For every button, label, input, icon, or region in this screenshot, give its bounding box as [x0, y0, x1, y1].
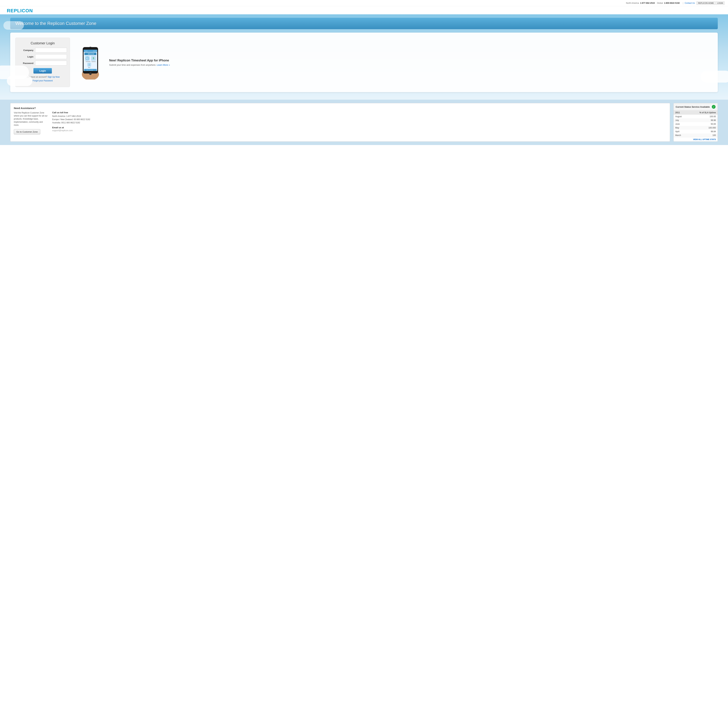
assistance-left: Visit the Replicon Customer Zone where y…: [14, 111, 48, 135]
table-row: May100.000: [674, 126, 717, 130]
phone-svg: Carrier 10:08 AM REPLICON Timesheets $ E…: [78, 45, 102, 80]
phone-image: Carrier 10:08 AM REPLICON Timesheets $ E…: [75, 44, 106, 81]
company-input[interactable]: [35, 48, 67, 52]
status-header: Current Status Service Available ✓: [674, 103, 717, 110]
month-cell: March: [674, 133, 688, 137]
password-input[interactable]: [35, 61, 67, 66]
assist-phone-na: North America: 1-877-862-2519: [52, 115, 81, 118]
assistance-right: Call us toll free North America: 1-877-8…: [52, 111, 667, 135]
svg-rect-18: [87, 63, 91, 67]
table-row: July99.96: [674, 118, 717, 122]
assistance-description: Visit the Replicon Customer Zone where y…: [14, 111, 48, 127]
cloud-3: [701, 70, 728, 83]
table-row: March100: [674, 133, 717, 137]
status-box: Current Status Service Available ✓ 2011 …: [673, 103, 718, 142]
col-uptime: % of SLA Uptime: [688, 110, 717, 115]
replicon-home-button[interactable]: REPLICON HOME: [696, 2, 715, 5]
uptime-cell: 100.000: [688, 126, 717, 130]
login-nav-button[interactable]: LOGIN: [716, 2, 725, 5]
signup-link[interactable]: Sign Up Now: [48, 76, 60, 78]
status-check-icon: ✓: [712, 105, 716, 109]
email-address: support@replicon.com: [52, 129, 667, 132]
assist-phone-au: Australia: 0011 800 8622 5192: [52, 121, 80, 124]
month-cell: May: [674, 126, 688, 130]
svg-text:More: More: [88, 67, 90, 68]
table-row: June93,93: [674, 122, 717, 126]
welcome-title: Welcome to the Replicon Customer Zone: [15, 21, 713, 26]
uptime-cell: 99.96: [688, 118, 717, 122]
phone-na: North America 1-877-662-2519: [626, 2, 655, 4]
separator: |: [683, 2, 683, 4]
top-bar: North America 1-877-662-2519 Global 1-80…: [0, 0, 728, 6]
login-input[interactable]: [35, 54, 67, 59]
uptime-cell: 93,93: [688, 122, 717, 126]
content-card: Customer Login Company Login Password Lo…: [10, 32, 718, 92]
svg-text:New Time Entry: New Time Entry: [87, 70, 93, 70]
svg-point-20: [89, 65, 90, 66]
phone-lines: North America: 1-877-862-2519 Europe / N…: [52, 115, 667, 125]
assist-phone-eu: Europe / New Zealand: 00 800 8622 5192: [52, 118, 90, 121]
nav-buttons: REPLICON HOME LOGIN: [696, 2, 725, 5]
login-heading: Customer Login: [20, 41, 66, 45]
cloud-2: [7, 76, 32, 86]
col-year: 2011: [674, 110, 688, 115]
svg-text:REPLICON: REPLICON: [88, 54, 94, 55]
welcome-banner: Welcome to the Replicon Customer Zone: [10, 18, 718, 29]
bottom-section: Need Assistance? Visit the Replicon Cust…: [0, 99, 728, 145]
logo-text-part1: REPLIC: [7, 8, 25, 13]
svg-text:Expenses: Expenses: [92, 61, 96, 62]
month-cell: August: [674, 115, 688, 118]
app-desc-text: Submit your time and expenses from anywh…: [109, 64, 156, 66]
phone-global: Global 1-800-6622-5192: [656, 2, 680, 4]
assistance-content: Visit the Replicon Customer Zone where y…: [14, 111, 667, 135]
login-row: Login: [20, 54, 66, 59]
na-label: North America: [626, 2, 639, 4]
month-cell: April: [674, 130, 688, 133]
company-row: Company: [20, 48, 66, 52]
status-table-header-row: 2011 % of SLA Uptime: [674, 110, 717, 115]
na-phone: 1-877-662-2519: [640, 2, 655, 4]
uptime-cell: 100: [688, 133, 717, 137]
logo-text-part2: ON: [25, 8, 33, 13]
view-all-uptime-link[interactable]: VIEW ALL UPTIME STATS: [674, 137, 717, 141]
status-table-body: August100.00July99.96June93,93May100.000…: [674, 115, 717, 137]
goto-customer-zone-button[interactable]: Go to Customer Zone: [14, 129, 40, 135]
company-label: Company: [20, 49, 34, 52]
app-promo-heading: New! Replicon Timesheet App for iPhone: [109, 59, 713, 62]
app-promo-description: Submit your time and expenses from anywh…: [109, 64, 713, 66]
learn-more-link[interactable]: Learn More »: [157, 64, 170, 66]
global-phone: 1-800-6622-5192: [664, 2, 680, 4]
call-title: Call us toll free: [52, 111, 667, 114]
forgot-password-link[interactable]: Forgot your Password: [32, 80, 52, 82]
month-cell: June: [674, 122, 688, 126]
svg-text:10:08 AM: 10:08 AM: [93, 50, 97, 52]
contact-us-link[interactable]: Contact Us: [685, 2, 695, 4]
table-row: August100.00: [674, 115, 717, 118]
app-promo: Carrier 10:08 AM REPLICON Timesheets $ E…: [75, 38, 713, 87]
login-button[interactable]: Login: [34, 68, 52, 73]
month-cell: July: [674, 118, 688, 122]
password-row: Password: [20, 61, 66, 66]
uptime-cell: 100.00: [688, 115, 717, 118]
assistance-heading: Need Assistance?: [14, 107, 667, 110]
logo: REPLICON: [7, 8, 721, 14]
svg-text:Timesheets: Timesheets: [86, 61, 90, 62]
assistance-box: Need Assistance? Visit the Replicon Cust…: [10, 103, 670, 142]
svg-point-24: [89, 72, 92, 75]
uptime-cell: 99.84: [688, 130, 717, 133]
svg-rect-25: [90, 47, 91, 47]
status-table: 2011 % of SLA Uptime August100.00July99.…: [674, 110, 717, 137]
svg-text:Carrier: Carrier: [84, 50, 87, 52]
email-title: Email us at: [52, 126, 667, 129]
svg-text:$: $: [93, 57, 94, 60]
status-heading: Current Status Service Available: [676, 106, 710, 108]
password-label: Password: [20, 62, 34, 64]
cloud-4: [3, 21, 24, 30]
main-wrapper: Welcome to the Replicon Customer Zone Cu…: [0, 14, 728, 99]
header: REPLICON: [0, 6, 728, 14]
table-row: April99.84: [674, 130, 717, 133]
app-text: New! Replicon Timesheet App for iPhone S…: [109, 59, 713, 66]
global-label: Global: [657, 2, 663, 4]
svg-point-19: [89, 64, 90, 64]
login-label: Login: [20, 55, 34, 58]
